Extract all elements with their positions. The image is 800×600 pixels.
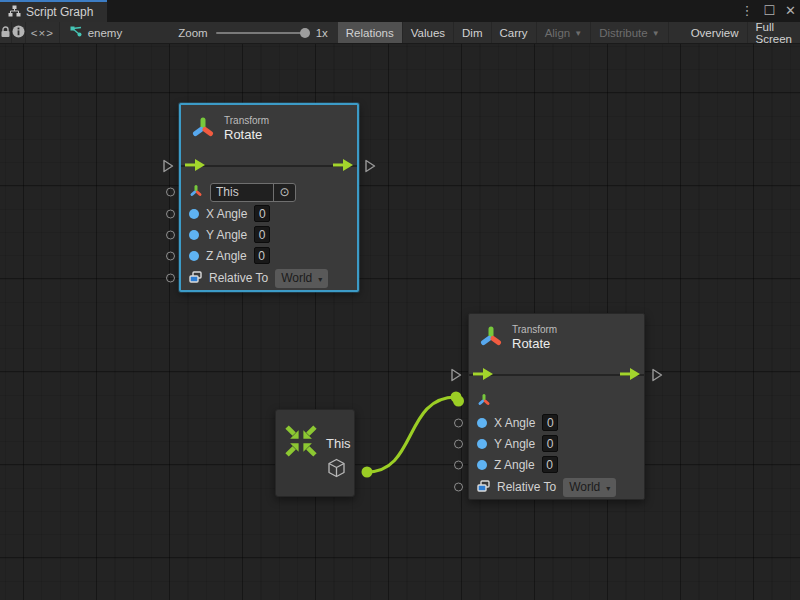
dropdown-arrow-icon: ▾ <box>606 484 610 493</box>
enum-icon <box>477 478 490 496</box>
y-angle-value-field[interactable]: 0 <box>254 226 270 243</box>
port-row-x-angle: X Angle 0 <box>181 203 357 224</box>
chevron-down-icon: ▼ <box>652 29 660 38</box>
transform-icon <box>479 325 503 351</box>
maximize-icon[interactable]: ☐ <box>763 0 775 22</box>
gameobject-cube-icon[interactable] <box>327 458 346 482</box>
this-node-label: This <box>326 436 351 451</box>
x-angle-input-port[interactable] <box>166 209 175 218</box>
y-angle-input-port[interactable] <box>166 230 175 239</box>
distribute-button[interactable]: Distribute ▼ <box>591 22 669 43</box>
graph-breadcrumb[interactable]: enemy <box>60 22 133 43</box>
transform-mini-icon <box>189 183 203 201</box>
z-angle-input-port[interactable] <box>166 251 175 260</box>
transform-mini-icon <box>477 392 491 410</box>
tab-script-graph[interactable]: Script Graph <box>0 0 107 22</box>
port-row-z-angle: Z Angle 0 <box>469 454 644 475</box>
y-angle-input-port[interactable] <box>454 439 463 448</box>
x-angle-value-field[interactable]: 0 <box>254 205 270 222</box>
this-input-port-connected[interactable] <box>453 396 464 407</box>
port-row-this <box>469 390 644 412</box>
carry-button[interactable]: Carry <box>492 22 537 43</box>
relations-button[interactable]: Relations <box>338 22 403 43</box>
node-type-label: Transform <box>224 115 269 127</box>
node-header[interactable]: Transform Rotate <box>181 105 357 151</box>
float-port-icon <box>189 251 199 261</box>
self-icon <box>284 424 318 462</box>
script-graph-window: Script Graph ⋮ ☐ ✕ <box>0 0 800 600</box>
port-row-relative-to: Relative To World ▾ <box>181 266 357 290</box>
flow-input-port[interactable] <box>162 159 174 173</box>
overview-button[interactable]: Overview <box>683 22 748 43</box>
transform-icon <box>191 116 215 142</box>
align-button[interactable]: Align ▼ <box>537 22 592 43</box>
zoom-label: Zoom <box>178 27 207 39</box>
flow-output-port[interactable] <box>364 159 376 173</box>
info-icon <box>12 25 25 40</box>
dim-button[interactable]: Dim <box>454 22 491 43</box>
node-title: Rotate <box>224 127 269 143</box>
flow-out-arrow-icon <box>620 366 640 384</box>
node-type-label: Transform <box>512 324 557 336</box>
this-input-port[interactable] <box>166 188 175 197</box>
node-rotate-1[interactable]: Transform Rotate <box>179 103 359 292</box>
node-title: Rotate <box>512 336 557 352</box>
z-angle-value-field[interactable]: 0 <box>542 456 558 473</box>
enum-icon <box>189 269 202 287</box>
lock-icon <box>0 26 11 40</box>
float-port-icon <box>477 439 487 449</box>
float-port-icon <box>477 460 487 470</box>
tab-title: Script Graph <box>26 5 93 19</box>
lock-button[interactable] <box>0 22 12 43</box>
fullscreen-button[interactable]: Full Screen <box>748 22 800 43</box>
port-row-this: This ⊙ <box>181 181 357 203</box>
graph-toolbar: <×> enemy Zoom 1x Relations Values <box>0 22 800 44</box>
z-angle-input-port[interactable] <box>454 460 463 469</box>
graph-tab-icon <box>8 5 21 20</box>
relative-to-input-port[interactable] <box>454 483 463 492</box>
flow-in-arrow-icon <box>185 157 205 175</box>
port-row-relative-to: Relative To World ▾ <box>469 475 644 499</box>
graph-name-label: enemy <box>88 27 123 39</box>
node-rotate-2[interactable]: Transform Rotate <box>468 313 645 500</box>
graph-canvas[interactable]: Transform Rotate <box>0 44 800 600</box>
this-object-field[interactable]: This ⊙ <box>210 183 296 202</box>
x-angle-input-port[interactable] <box>454 418 463 427</box>
code-icon: <×> <box>31 27 54 39</box>
zoom-slider[interactable] <box>216 32 308 34</box>
port-row-z-angle: Z Angle 0 <box>181 245 357 266</box>
node-header[interactable]: Transform Rotate <box>469 314 644 360</box>
port-row-y-angle: Y Angle 0 <box>181 224 357 245</box>
close-icon[interactable]: ✕ <box>785 0 796 22</box>
float-port-icon <box>189 230 199 240</box>
flow-row <box>181 151 357 181</box>
tab-bar: Script Graph ⋮ ☐ ✕ <box>0 0 800 22</box>
flow-output-port[interactable] <box>651 368 663 382</box>
z-angle-value-field[interactable]: 0 <box>254 247 270 264</box>
chevron-down-icon: ▼ <box>574 29 582 38</box>
zoom-value: 1x <box>316 27 328 39</box>
window-menu-icon[interactable]: ⋮ <box>740 0 753 22</box>
flow-row <box>469 360 644 390</box>
inspect-button[interactable] <box>12 22 26 43</box>
port-row-x-angle: X Angle 0 <box>469 412 644 433</box>
node-this[interactable]: This <box>275 409 355 497</box>
float-port-icon <box>189 209 199 219</box>
zoom-slider-handle[interactable] <box>300 28 310 38</box>
relative-to-dropdown[interactable]: World ▾ <box>563 478 616 497</box>
values-button[interactable]: Values <box>403 22 454 43</box>
code-preview-button[interactable]: <×> <box>26 22 60 43</box>
flow-out-arrow-icon <box>333 157 353 175</box>
relative-to-dropdown[interactable]: World ▾ <box>275 269 328 288</box>
x-angle-value-field[interactable]: 0 <box>542 414 558 431</box>
graph-asset-icon <box>70 26 83 40</box>
y-angle-value-field[interactable]: 0 <box>542 435 558 452</box>
object-picker-icon[interactable]: ⊙ <box>273 184 295 201</box>
relative-to-input-port[interactable] <box>166 274 175 283</box>
connection-wire <box>0 44 800 600</box>
float-port-icon <box>477 418 487 428</box>
dropdown-arrow-icon: ▾ <box>318 275 322 284</box>
port-row-y-angle: Y Angle 0 <box>469 433 644 454</box>
flow-input-port[interactable] <box>450 368 462 382</box>
flow-in-arrow-icon <box>473 366 493 384</box>
